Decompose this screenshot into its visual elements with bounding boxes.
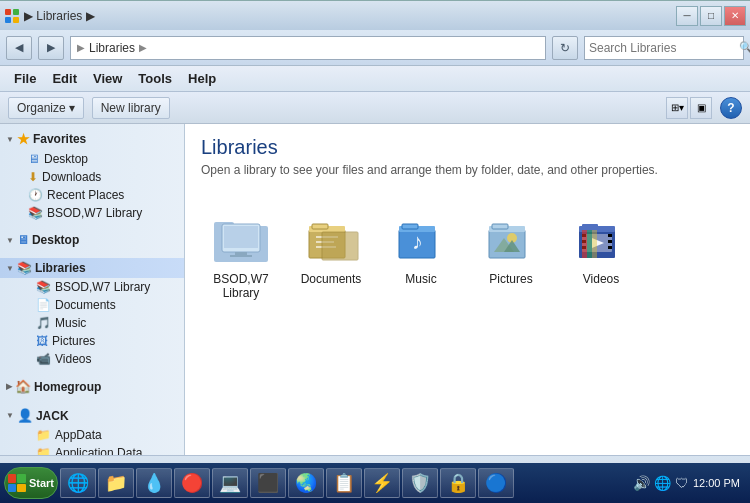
view-dropdown-button[interactable]: ⊞ ▾ (666, 97, 688, 119)
sidebar-item-desktop[interactable]: 🖥 Desktop (0, 150, 184, 168)
preview-pane-button[interactable]: ▣ (690, 97, 712, 119)
menu-edit[interactable]: Edit (44, 67, 85, 90)
jack-header[interactable]: ▼ 👤 JACK (0, 405, 184, 426)
library-item-videos[interactable]: Videos (561, 207, 641, 306)
taskbar-ie-button[interactable]: 🌐 (60, 468, 96, 498)
app5-icon: 💻 (219, 472, 241, 494)
preview-icon: ▣ (697, 102, 706, 113)
sidebar-item-bsod[interactable]: 📚 BSOD,W7 Library (0, 278, 184, 296)
svg-rect-2 (5, 17, 11, 23)
new-library-button[interactable]: New library (92, 97, 170, 119)
forward-button[interactable]: ▶ (38, 36, 64, 60)
favorites-expand-icon: ▼ (6, 135, 14, 144)
app8-icon: 📋 (333, 472, 355, 494)
recent-icon: 🕐 (28, 188, 43, 202)
app7-icon: 🌏 (295, 472, 317, 494)
main-area: ▼ ★ Favorites 🖥 Desktop ⬇ Downloads 🕐 Re… (0, 124, 750, 455)
library-grid: BSOD,W7Library Documents (201, 197, 734, 316)
videos-lib-icon (571, 213, 631, 268)
menu-file[interactable]: File (6, 67, 44, 90)
desktop-icon: 🖥 (28, 152, 40, 166)
nav-bar: ◀ ▶ ▶ Libraries ▶ ↻ 🔍 (0, 30, 750, 66)
svg-rect-23 (492, 224, 508, 229)
explorer-icon: 📁 (105, 472, 127, 494)
taskbar-app12-button[interactable]: 🔵 (478, 468, 514, 498)
jack-user-icon: 👤 (17, 408, 33, 423)
tray-network-icon[interactable]: 🌐 (654, 475, 671, 491)
start-button[interactable]: Start (4, 467, 58, 499)
library-item-music[interactable]: ♪ Music (381, 207, 461, 306)
favorites-label: Favorites (33, 132, 86, 146)
library-item-pictures[interactable]: Pictures (471, 207, 551, 306)
taskbar-app6-button[interactable]: ⬛ (250, 468, 286, 498)
svg-rect-35 (608, 240, 612, 243)
title-bar: ▶ Libraries ▶ ─ □ ✕ (0, 0, 750, 30)
sidebar-item-recent[interactable]: 🕐 Recent Places (0, 186, 184, 204)
svg-rect-12 (312, 224, 328, 229)
menu-help[interactable]: Help (180, 67, 224, 90)
homegroup-expand-icon: ▶ (6, 382, 12, 391)
taskbar-app9-button[interactable]: ⚡ (364, 468, 400, 498)
library-item-documents[interactable]: Documents (291, 207, 371, 306)
sidebar-pictures-label: Pictures (52, 334, 95, 348)
favorites-header[interactable]: ▼ ★ Favorites (0, 128, 184, 150)
tray-security-icon[interactable]: 🛡 (675, 475, 689, 491)
sidebar-item-documents[interactable]: 📄 Documents (0, 296, 184, 314)
libraries-header[interactable]: ▼ 📚 Libraries (0, 258, 184, 278)
libraries-section: ▼ 📚 Libraries 📚 BSOD,W7 Library 📄 Docume… (0, 254, 184, 372)
menu-view[interactable]: View (85, 67, 130, 90)
sidebar-item-pictures[interactable]: 🖼 Pictures (0, 332, 184, 350)
menu-tools[interactable]: Tools (130, 67, 180, 90)
taskbar-app7-button[interactable]: 🌏 (288, 468, 324, 498)
sidebar-item-downloads[interactable]: ⬇ Downloads (0, 168, 184, 186)
app12-icon: 🔵 (485, 472, 507, 494)
sidebar-item-music[interactable]: 🎵 Music (0, 314, 184, 332)
sidebar-item-application-data[interactable]: 📁 Application Data (0, 444, 184, 455)
taskbar-explorer-button[interactable]: 📁 (98, 468, 134, 498)
pictures-lib-label: Pictures (489, 272, 532, 286)
sidebar-item-videos[interactable]: 📹 Videos (0, 350, 184, 368)
maximize-button[interactable]: □ (700, 6, 722, 26)
windows-logo-icon (8, 474, 26, 492)
refresh-button[interactable]: ↻ (552, 36, 578, 60)
sidebar-desktop-label: Desktop (44, 152, 88, 166)
sidebar-item-bsod-fav[interactable]: 📚 BSOD,W7 Library (0, 204, 184, 222)
organize-button[interactable]: Organize ▾ (8, 97, 84, 119)
sidebar-documents-label: Documents (55, 298, 116, 312)
desktop-header[interactable]: ▼ 🖥 Desktop (0, 230, 184, 250)
minimize-button[interactable]: ─ (676, 6, 698, 26)
title-bar-left: ▶ Libraries ▶ (4, 8, 95, 24)
search-box[interactable]: 🔍 (584, 36, 744, 60)
sidebar-item-appdata[interactable]: 📁 AppData (0, 426, 184, 444)
close-button[interactable]: ✕ (724, 6, 746, 26)
taskbar-app5-button[interactable]: 💻 (212, 468, 248, 498)
content-area: Libraries Open a library to see your fil… (185, 124, 750, 455)
taskbar-app3-button[interactable]: 💧 (136, 468, 172, 498)
app10-icon: 🛡️ (409, 472, 431, 494)
taskbar-app10-button[interactable]: 🛡️ (402, 468, 438, 498)
ie-icon: 🌐 (67, 472, 89, 494)
svg-rect-40 (592, 230, 597, 258)
view-caret-icon: ▾ (679, 102, 684, 113)
menu-bar: File Edit View Tools Help (0, 66, 750, 92)
help-button[interactable]: ? (720, 97, 742, 119)
sidebar-music-label: Music (55, 316, 86, 330)
new-library-label: New library (101, 101, 161, 115)
library-item-bsod[interactable]: BSOD,W7Library (201, 207, 281, 306)
favorites-section: ▼ ★ Favorites 🖥 Desktop ⬇ Downloads 🕐 Re… (0, 124, 184, 226)
taskbar-app4-button[interactable]: 🔴 (174, 468, 210, 498)
search-input[interactable] (589, 41, 739, 55)
tray-volume-icon[interactable]: 🔊 (633, 475, 650, 491)
homegroup-header[interactable]: ▶ 🏠 Homegroup (0, 376, 184, 397)
svg-rect-7 (224, 226, 258, 248)
libraries-folder-icon: 📚 (17, 261, 32, 275)
address-bar[interactable]: ▶ Libraries ▶ (70, 36, 546, 60)
taskbar-app8-button[interactable]: 📋 (326, 468, 362, 498)
videos-lib-label: Videos (583, 272, 619, 286)
taskbar-app11-button[interactable]: 🔒 (440, 468, 476, 498)
music-icon: 🎵 (36, 316, 51, 330)
tray-clock[interactable]: 12:00 PM (693, 476, 740, 490)
back-button[interactable]: ◀ (6, 36, 32, 60)
jack-label: JACK (36, 409, 69, 423)
svg-rect-29 (582, 224, 598, 229)
